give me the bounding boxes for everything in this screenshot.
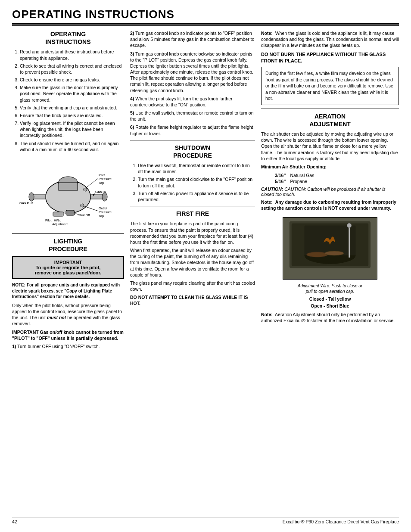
- list-item: Check to ensure there are no gas leaks.: [20, 77, 124, 83]
- shutdown-list: Use the wall switch, thermostat or remot…: [130, 162, 255, 202]
- col-mid-separator-1: [130, 140, 255, 140]
- important-title: IMPORTANT: [17, 260, 119, 265]
- operating-instructions-title: OPERATING INSTRUCTIONS: [12, 30, 124, 46]
- list-item: Read and understand these instructions b…: [20, 49, 124, 61]
- content-columns: OPERATING INSTRUCTIONS Read and understa…: [12, 30, 399, 513]
- svg-text:Shut Off: Shut Off: [78, 213, 90, 217]
- note-cold-glass-label: Note:: [261, 31, 273, 36]
- svg-point-8: [84, 188, 87, 191]
- caution-text: CAUTION: CAUTION: Carbon will be produce…: [261, 187, 399, 197]
- svg-point-35: [347, 224, 352, 228]
- svg-text:Gas Out: Gas Out: [19, 201, 33, 205]
- list-item: Use the wall switch, thermostat or remot…: [138, 162, 255, 174]
- svg-line-9: [82, 205, 98, 211]
- must-not-span: must not: [47, 315, 66, 320]
- valve-diagram-svg: Gas In Inlet Pressure Tap Outlet Pressur…: [19, 156, 118, 229]
- footer-product: Excalibur® P90 Zero Clearance Direct Ven…: [283, 519, 399, 524]
- list-item: Turn the main gas control clockwise to t…: [138, 176, 255, 188]
- curing-text-post: or the film will bake on and become very…: [265, 83, 393, 101]
- fraction-cell: 5/16": [262, 179, 289, 184]
- aeration-p1: The air shutter can be adjusted by movin…: [261, 131, 399, 162]
- first-fire-p3: The glass panel may require cleaning aft…: [130, 280, 255, 292]
- svg-text:Tap: Tap: [99, 214, 104, 218]
- svg-rect-2: [59, 183, 78, 190]
- right-column: Note: When the glass is cold and the app…: [261, 30, 399, 513]
- step3-text: 3) Turn gas control knob counterclockwis…: [130, 51, 255, 93]
- footer-page-num: 42: [12, 519, 17, 524]
- important-box: IMPORTANT To ignite or reignite the pilo…: [12, 256, 124, 279]
- do-not-clean: DO NOT ATTEMPT TO CLEAN THE GLASS WHILE …: [130, 294, 255, 306]
- svg-text:Gas In: Gas In: [95, 190, 106, 194]
- svg-point-33: [325, 251, 344, 255]
- note-cold-glass-text: When the glass is cold and the appliance…: [261, 31, 399, 48]
- step5-text: 5) Use the wall switch, thermostat or re…: [130, 110, 255, 122]
- curing-box: During the first few fires, a white film…: [261, 67, 399, 105]
- svg-text:Adjustment: Adjustment: [52, 222, 68, 226]
- closed-open-text: Closed - Tall yellow Open - Short Blue: [309, 296, 351, 310]
- step1-text: 1) Turn burner OFF using "ON/OFF" switch…: [12, 343, 124, 349]
- step4-text: 4) When the pilot stays lit, turn the ga…: [130, 96, 255, 108]
- section-divider: [12, 233, 124, 234]
- list-item: The unit should never be turned off, and…: [20, 140, 124, 152]
- svg-line-7: [85, 178, 98, 188]
- svg-point-10: [81, 204, 84, 207]
- note-carboning-label: Note:: [261, 199, 273, 205]
- min-air-label: Minimum Air Shutter Opening:: [261, 164, 399, 170]
- svg-text:Outlet: Outlet: [99, 206, 108, 210]
- fraction-cell: 3/16": [262, 173, 289, 178]
- table-row: 3/16" Natural Gas: [262, 173, 318, 178]
- note-carboning: Note: Any damage due to carboning result…: [261, 199, 399, 211]
- svg-text:Hi/Lo: Hi/Lo: [54, 218, 62, 222]
- svg-point-6: [102, 193, 107, 201]
- first-fire-p2: When first operated, the unit will relea…: [130, 247, 255, 278]
- title-rule-thick: [12, 23, 399, 25]
- note-aeration-text: Aeration Adjustment should only be perfo…: [261, 312, 395, 323]
- aeration-title: AERATION ADJUSTMENT: [261, 112, 399, 128]
- air-shutter-table: 3/16" Natural Gas 5/16" Propane: [261, 172, 318, 185]
- svg-rect-12: [53, 212, 63, 216]
- list-item: Turn off all electric power to appliance…: [138, 190, 255, 202]
- note-aeration-label: Note:: [261, 312, 273, 317]
- list-item: Ensure that the brick panels are install…: [20, 112, 124, 118]
- left-column: OPERATING INSTRUCTIONS Read and understa…: [12, 30, 124, 513]
- step2-text: 2) Turn gas control knob so indicator po…: [130, 30, 255, 49]
- photo-section: Adjustment Wire: Push to close or pull t…: [261, 214, 399, 311]
- gas-cell: Natural Gas: [290, 173, 318, 178]
- svg-text:Pressure: Pressure: [99, 177, 112, 181]
- svg-text:Inlet: Inlet: [99, 173, 105, 177]
- svg-text:Tap: Tap: [99, 181, 104, 185]
- footer: 42 Excalibur® P90 Zero Clearance Direct …: [12, 517, 399, 524]
- note-cold-glass: Note: When the glass is cold and the app…: [261, 30, 399, 49]
- page: OPERATING INSTRUCTIONS OPERATING INSTRUC…: [0, 0, 411, 532]
- svg-point-32: [307, 252, 328, 257]
- glass-should-span: glass should be cleaned: [344, 77, 393, 82]
- svg-text:Pressure: Pressure: [99, 210, 112, 214]
- main-title: OPERATING INSTRUCTIONS: [12, 8, 399, 21]
- aeration-photo-svg: [283, 217, 377, 279]
- note-propane: NOTE: For all propane units and units eq…: [12, 282, 124, 300]
- gas-cell: Propane: [290, 179, 318, 184]
- shutdown-title: SHUTDOWN PROCEDURE: [130, 144, 255, 159]
- aeration-divider: [261, 109, 399, 109]
- photo-caption: Adjustment Wire: Push to close or pull t…: [298, 283, 363, 294]
- svg-text:Pilot: Pilot: [45, 218, 52, 222]
- valve-diagram: Gas In Inlet Pressure Tap Outlet Pressur…: [12, 156, 124, 230]
- note-carboning-text: Any damage due to carboning resulting fr…: [261, 199, 396, 211]
- pilot-holds-text: Only when the pilot holds, without press…: [12, 302, 124, 327]
- important-text: To ignite or reignite the pilot, remove …: [17, 265, 119, 275]
- list-item: Check to see that all wiring is correct …: [20, 63, 124, 75]
- operating-instructions-list: Read and understand these instructions b…: [12, 49, 124, 152]
- first-fire-p1: The first fire in your fireplace is part…: [130, 221, 255, 245]
- aeration-photo: [283, 217, 377, 280]
- list-item: Make sure the glass in the door frame is…: [20, 84, 124, 103]
- note-aeration-service: Note: Aeration Adjustment should only be…: [261, 311, 399, 324]
- list-item: Verify log placement. If the pilot canno…: [20, 120, 124, 139]
- table-row: 5/16" Propane: [262, 179, 318, 184]
- important-gas-text: IMPORTANT Gas on/off knob cannot be turn…: [12, 329, 124, 341]
- col-mid-separator-2: [130, 206, 255, 206]
- step6-text: 6) Rotate the flame height regulator to …: [130, 124, 255, 136]
- middle-column: 2) Turn gas control knob so indicator po…: [130, 30, 255, 513]
- list-item: Verify that the venting and cap are unob…: [20, 105, 124, 111]
- title-rule-thin: [12, 25, 399, 26]
- svg-point-4: [29, 193, 34, 201]
